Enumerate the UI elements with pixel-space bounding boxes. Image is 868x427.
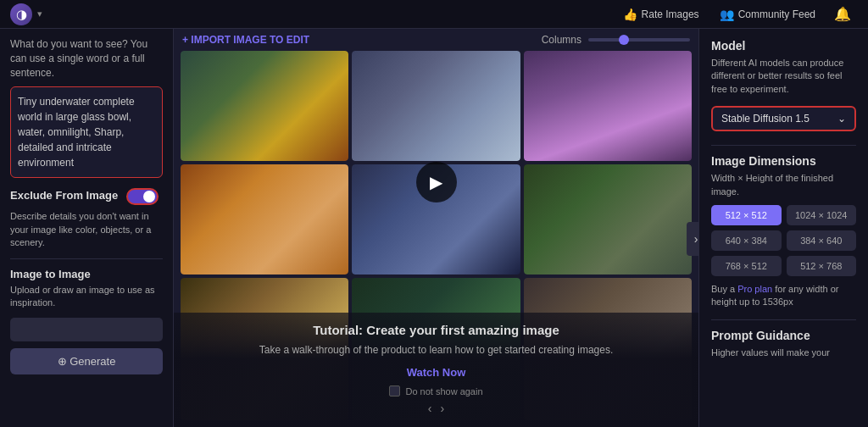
tutorial-overlay: Tutorial: Create your first amazing imag… <box>174 313 698 427</box>
prompt-input[interactable]: Tiny underwater complete world in large … <box>10 86 163 178</box>
bell-icon: 🔔 <box>834 7 851 21</box>
dimension-button-0[interactable]: 512 × 512 <box>711 205 782 225</box>
tutorial-title: Tutorial: Create your first amazing imag… <box>191 323 682 337</box>
nav-left: ◑ ▾ <box>10 3 42 25</box>
grid-image-6[interactable] <box>524 164 692 274</box>
play-icon: ▶ <box>430 172 442 192</box>
logo-chevron-icon[interactable]: ▾ <box>37 8 42 19</box>
exclude-desc: Describe details you don't want in your … <box>10 210 163 249</box>
dimension-button-2[interactable]: 640 × 384 <box>711 230 782 251</box>
rate-images-label: Rate Images <box>642 8 699 20</box>
community-feed-button[interactable]: 👥 Community Feed <box>711 4 824 25</box>
grid-next-arrow[interactable]: › <box>687 222 698 256</box>
columns-slider[interactable] <box>588 38 690 42</box>
exclude-row: Exclude From Image <box>10 188 163 205</box>
image-to-image-label: Image to Image <box>10 268 163 280</box>
main-layout: What do you want to see? You can use a s… <box>0 29 868 427</box>
divider-right-2 <box>711 319 856 320</box>
guidance-desc: Higher values will make your <box>711 347 856 359</box>
do-not-show-row: Do not show again <box>191 385 682 396</box>
dimension-button-4[interactable]: 768 × 512 <box>711 256 782 276</box>
right-panel: Model Different AI models can produce di… <box>698 29 868 427</box>
do-not-show-checkbox[interactable] <box>389 385 400 396</box>
image-upload-area[interactable] <box>10 318 163 341</box>
model-dropdown[interactable]: Stable Diffusion 1.5 ⌄ <box>711 106 856 131</box>
pro-note: Buy a Pro plan for any width or height u… <box>711 283 856 309</box>
nav-right: 👍 Rate Images 👥 Community Feed 🔔 <box>615 3 858 25</box>
watch-now-button[interactable]: Watch Now <box>407 366 466 379</box>
notifications-button[interactable]: 🔔 <box>827 3 858 25</box>
model-section-desc: Different AI models can produce differen… <box>711 57 856 96</box>
community-feed-label: Community Feed <box>738 8 815 20</box>
thumb-icon: 👍 <box>623 8 637 21</box>
image-to-image-desc: Upload or draw an image to use as inspir… <box>10 284 163 310</box>
tutorial-prev-button[interactable]: ‹ <box>428 402 432 415</box>
pro-link[interactable]: Pro plan <box>737 284 772 294</box>
columns-control: Columns <box>542 34 690 46</box>
center-toolbar: + IMPORT IMAGE TO EDIT Columns <box>174 29 698 51</box>
tutorial-desc: Take a walk-through of the product to le… <box>191 342 682 358</box>
slider-thumb <box>619 35 629 45</box>
dimension-button-3[interactable]: 384 × 640 <box>787 230 857 251</box>
logo-icon: ◑ <box>16 7 27 22</box>
columns-label: Columns <box>542 34 581 46</box>
exclude-label: Exclude From Image <box>10 189 118 202</box>
dimensions-title: Image Dimensions <box>711 154 856 168</box>
tutorial-next-button[interactable]: › <box>441 402 445 415</box>
guidance-title: Prompt Guidance <box>711 329 856 342</box>
image-grid: ▶ › Tutorial: Create your first amazing … <box>174 51 698 427</box>
grid-image-3[interactable] <box>524 51 692 161</box>
divider-right-1 <box>711 145 856 146</box>
people-icon: 👥 <box>720 8 734 21</box>
generate-button[interactable]: ⊕ Generate <box>10 348 163 374</box>
app-logo[interactable]: ◑ <box>10 3 32 25</box>
grid-image-2[interactable] <box>352 51 520 161</box>
model-selected-label: Stable Diffusion 1.5 <box>721 113 810 125</box>
prompt-hint: What do you want to see? You can use a s… <box>10 37 163 80</box>
rate-images-button[interactable]: 👍 Rate Images <box>615 4 708 25</box>
do-not-show-label: Do not show again <box>405 386 482 396</box>
center-panel: + IMPORT IMAGE TO EDIT Columns ▶ <box>174 29 698 427</box>
dimensions-desc: Width × Height of the finished image. <box>711 172 856 198</box>
dimension-button-1[interactable]: 1024 × 1024 <box>787 205 857 225</box>
grid-image-4[interactable] <box>181 164 348 274</box>
model-chevron-icon: ⌄ <box>837 113 846 125</box>
tutorial-pagination: ‹ › <box>191 402 682 415</box>
exclude-toggle[interactable] <box>126 188 159 205</box>
model-section-title: Model <box>711 39 856 53</box>
dimension-button-5[interactable]: 512 × 768 <box>787 256 857 276</box>
play-button[interactable]: ▶ <box>416 162 457 202</box>
grid-image-1[interactable] <box>181 51 348 161</box>
generate-label: ⊕ Generate <box>58 355 116 368</box>
left-panel: What do you want to see? You can use a s… <box>0 29 174 427</box>
dimension-grid: 512 × 5121024 × 1024640 × 384384 × 64076… <box>711 205 856 276</box>
top-nav: ◑ ▾ 👍 Rate Images 👥 Community Feed 🔔 <box>0 0 868 29</box>
divider-1 <box>10 258 163 259</box>
import-image-button[interactable]: + IMPORT IMAGE TO EDIT <box>182 34 309 46</box>
